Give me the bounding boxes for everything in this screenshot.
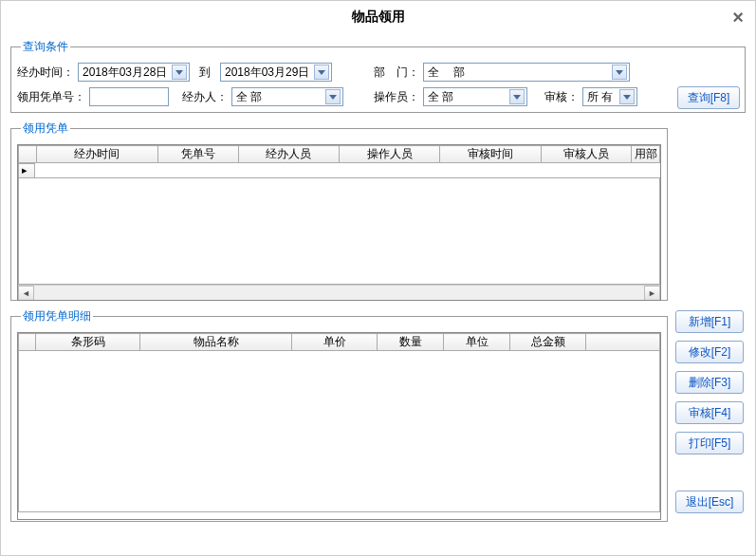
detail-fieldset: 领用凭单明细 条形码 物品名称 单价 数量 单位 总金额 [10,308,668,522]
exit-button[interactable]: 退出[Esc] [675,491,744,513]
add-button[interactable]: 新增[F1] [675,310,744,333]
voucher-table[interactable]: 经办时间 凭单号 经办人员 操作人员 审核时间 审核人员 用部 [18,145,660,163]
operator-select[interactable]: 全 部 [423,87,527,106]
voucher-no-input[interactable] [89,87,169,106]
voucher-col-no[interactable]: 凭单号 [157,146,238,163]
detail-col-total[interactable]: 总金额 [510,334,586,351]
detail-col-price[interactable]: 单价 [292,334,378,351]
query-button[interactable]: 查询[F8] [677,86,740,109]
query-conditions-fieldset: 查询条件 经办时间： 2018年03月28日 到 2018年03月29日 部 门… [10,39,746,113]
to-label: 到 [199,65,211,81]
dept-select[interactable]: 全 部 [423,63,630,82]
row-header [19,146,37,163]
audit-label: 审核： [544,89,579,105]
voucher-col-operator[interactable]: 操作人员 [339,146,439,163]
date-start-select[interactable]: 2018年03月28日 [78,63,190,82]
date-end-select[interactable]: 2018年03月29日 [220,63,332,82]
chevron-down-icon [325,89,341,104]
scroll-left-icon[interactable]: ◄ [18,286,34,301]
detail-col-qty[interactable]: 数量 [378,334,444,351]
dept-label: 部 门： [374,65,419,81]
close-icon[interactable]: × [732,7,744,28]
scroll-right-icon[interactable]: ► [644,286,660,301]
voucher-legend: 领用凭单 [21,120,70,137]
detail-col-barcode[interactable]: 条形码 [36,334,140,351]
chevron-down-icon [509,89,525,104]
time-label: 经办时间： [17,65,74,81]
chevron-down-icon [619,89,635,104]
detail-legend: 领用凭单明细 [21,308,93,324]
voucher-col-dept[interactable]: 用部 [632,146,660,163]
voucher-table-body [18,178,660,285]
print-button[interactable]: 打印[F5] [675,432,744,454]
edit-button[interactable]: 修改[F2] [675,341,744,363]
chevron-down-icon [172,65,187,80]
voucher-fieldset: 领用凭单 经办时间 凭单号 经办人员 操作人员 审核时间 审核人员 [10,120,668,301]
handler-label: 经办人： [182,89,228,105]
page-title: 物品领用 [352,9,405,24]
audit-button[interactable]: 审核[F4] [675,401,744,424]
detail-col-unit[interactable]: 单位 [444,334,510,351]
voucher-col-auditor[interactable]: 审核人员 [541,146,632,163]
query-legend: 查询条件 [21,39,70,55]
voucher-scrollbar[interactable]: ◄ ► [18,285,660,301]
row-header [19,334,36,351]
row-pointer-icon [18,163,35,178]
chevron-down-icon [314,65,329,80]
audit-select[interactable]: 所 有 [582,87,637,106]
voucher-no-label: 领用凭单号： [17,89,85,105]
voucher-col-handler[interactable]: 经办人员 [238,146,339,163]
detail-table[interactable]: 条形码 物品名称 单价 数量 单位 总金额 [18,333,660,351]
chevron-down-icon [612,65,627,80]
operator-label: 操作员： [374,89,419,105]
detail-col-name[interactable]: 物品名称 [140,334,292,351]
voucher-col-time[interactable]: 经办时间 [37,146,158,163]
delete-button[interactable]: 删除[F3] [675,371,744,394]
voucher-col-audittime[interactable]: 审核时间 [440,146,541,163]
handler-select[interactable]: 全 部 [231,87,343,106]
detail-table-body [18,351,660,512]
detail-col-spacer [586,334,660,351]
